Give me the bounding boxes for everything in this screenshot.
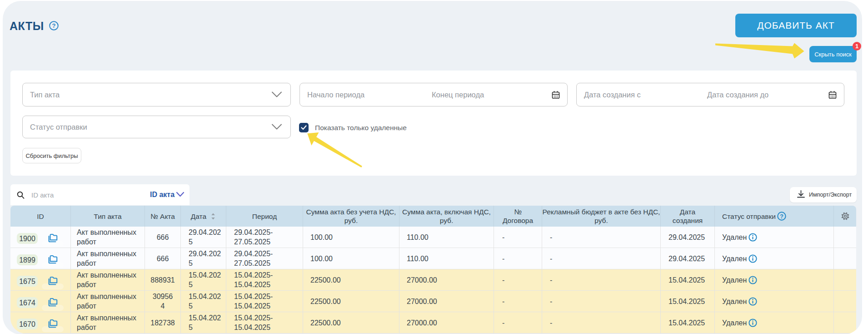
svg-text:?: ?: [780, 213, 783, 220]
